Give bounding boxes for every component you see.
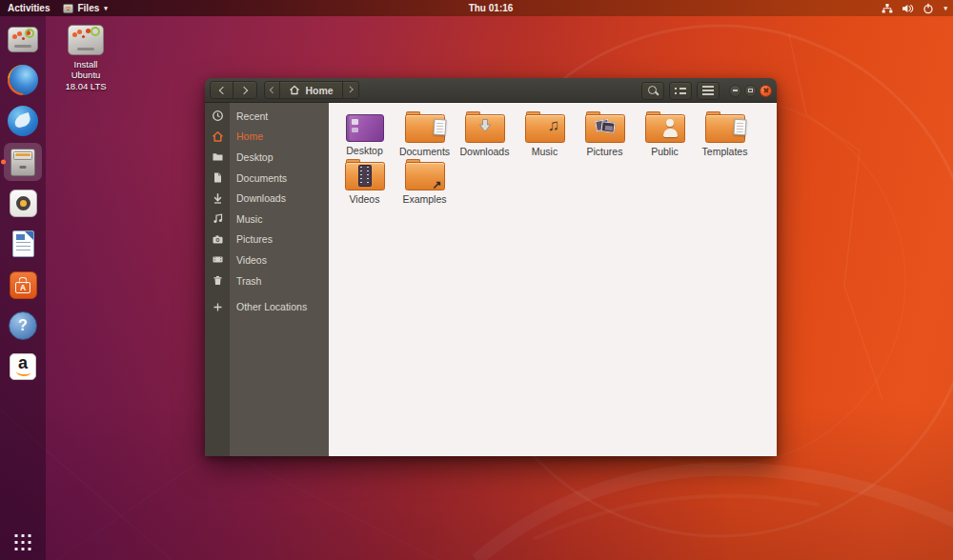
dock: A ? a (0, 16, 46, 560)
folder-item-music[interactable]: ♫ Music (515, 110, 575, 157)
folder-item-examples[interactable]: ↗ Examples (395, 157, 455, 205)
menu-button[interactable] (697, 82, 720, 100)
download-icon (205, 192, 230, 205)
minimize-icon (733, 90, 738, 91)
folder-item-desktop[interactable]: Desktop (335, 110, 395, 157)
chevron-down-icon: ▾ (943, 5, 947, 12)
window-controls (729, 85, 772, 97)
chevron-left-icon (270, 87, 275, 92)
desktop-icon-install-ubuntu[interactable]: Install Ubuntu 18.04 LTS (53, 25, 118, 91)
sidebar-item-documents[interactable]: Documents (205, 168, 329, 189)
folder-item-templates[interactable]: Templates (695, 110, 755, 157)
dock-item-thunderbird[interactable] (4, 102, 42, 140)
file-grid: Desktop Documents Downloads ♫ Music (329, 103, 777, 456)
hamburger-icon (702, 86, 714, 95)
desktop-folder-icon (346, 114, 384, 142)
dock-item-rhythmbox[interactable] (4, 184, 42, 222)
music-icon (205, 212, 230, 225)
folder-item-public[interactable]: Public (635, 110, 695, 157)
dock-item-help[interactable]: ? (4, 307, 42, 345)
pathbar-location-label: Home (305, 85, 333, 96)
sidebar-item-music[interactable]: Music (205, 209, 329, 230)
home-icon (205, 130, 230, 143)
folder-item-documents[interactable]: Documents (395, 110, 455, 157)
sidebar-item-pictures[interactable]: Pictures (205, 230, 329, 250)
sidebar-item-desktop[interactable]: Desktop (205, 147, 329, 168)
pathbar-scroll-left-button[interactable] (265, 82, 280, 98)
rhythmbox-icon (10, 190, 37, 217)
dock-item-ubuntu-installer[interactable] (4, 20, 42, 58)
camera-icon (205, 233, 230, 246)
chevron-left-icon (218, 86, 226, 93)
sidebar-item-home[interactable]: Home (205, 127, 329, 148)
folder-item-videos[interactable]: Videos (335, 157, 395, 205)
network-icon (882, 3, 893, 14)
dock-item-firefox[interactable] (4, 61, 42, 99)
sidebar-item-videos[interactable]: Videos (205, 250, 329, 270)
headerbar[interactable]: Home (205, 78, 777, 103)
history-nav-group (210, 81, 257, 99)
person-icon (663, 119, 678, 137)
music-folder-icon: ♫ (525, 114, 565, 143)
dock-item-files[interactable] (4, 143, 42, 181)
thunderbird-icon (8, 106, 38, 136)
document-icon (205, 171, 230, 184)
dock-item-ubuntu-software[interactable]: A (4, 266, 42, 304)
list-view-icon (675, 88, 686, 94)
system-indicators[interactable]: ▾ (882, 0, 947, 16)
view-toggle-button[interactable] (669, 82, 692, 100)
videos-folder-icon (345, 162, 385, 190)
public-folder-icon (645, 114, 685, 143)
sidebar-item-other-locations[interactable]: Other Locations (205, 296, 329, 317)
music-note-icon: ♫ (548, 116, 560, 135)
examples-folder-icon: ↗ (405, 162, 445, 190)
downloads-folder-icon (465, 114, 505, 143)
trash-icon (205, 274, 230, 287)
ubuntu-installer-icon (8, 27, 38, 52)
pictures-folder-icon (585, 114, 625, 143)
help-icon: ? (9, 311, 37, 340)
pathbar-scroll-right-button[interactable] (343, 82, 358, 98)
search-button[interactable] (641, 82, 664, 100)
ubuntu-software-icon: A (10, 271, 37, 299)
folder-item-downloads[interactable]: Downloads (455, 110, 515, 157)
app-menu-label: Files (77, 3, 99, 13)
pathbar: Home (264, 81, 359, 99)
back-button[interactable] (211, 82, 233, 98)
documents-folder-icon (405, 114, 445, 143)
desktop: Activities Files ▾ Thu 01:16 ▾ (0, 0, 953, 560)
chevron-right-icon (240, 86, 248, 93)
folder-item-pictures[interactable]: Pictures (575, 110, 635, 157)
clock-icon (205, 110, 230, 122)
dock-item-amazon[interactable]: a (4, 348, 42, 386)
libreoffice-writer-icon (12, 230, 34, 257)
video-icon (205, 253, 230, 266)
app-menu[interactable]: Files ▾ (63, 3, 107, 13)
chevron-down-icon: ▾ (104, 5, 108, 12)
sidebar-item-recent[interactable]: Recent (205, 106, 329, 127)
clock[interactable]: Thu 01:16 (469, 0, 514, 16)
top-bar: Activities Files ▾ Thu 01:16 ▾ (0, 0, 953, 16)
sidebar-item-downloads[interactable]: Downloads (205, 188, 329, 209)
search-icon (647, 85, 659, 97)
ubuntu-installer-icon (68, 25, 104, 55)
dock-item-libreoffice-writer[interactable] (4, 225, 42, 263)
plus-icon (205, 301, 230, 313)
volume-icon (902, 3, 914, 14)
files-window: Home Recent (205, 78, 777, 456)
pathbar-home-button[interactable]: Home (280, 82, 343, 98)
templates-folder-icon (705, 114, 745, 143)
photos-icon (595, 118, 618, 137)
maximize-icon (748, 89, 753, 93)
maximize-button[interactable] (744, 85, 757, 97)
sidebar-item-trash[interactable]: Trash (205, 270, 329, 291)
close-icon (763, 88, 769, 93)
close-button[interactable] (760, 85, 772, 97)
activities-button[interactable]: Activities (8, 3, 50, 13)
forward-button[interactable] (233, 82, 256, 98)
show-applications-button[interactable] (13, 532, 33, 552)
folder-icon (205, 150, 230, 163)
minimize-button[interactable] (729, 85, 741, 97)
power-icon (923, 3, 934, 14)
sidebar: Recent Home Desktop Documents (205, 103, 329, 456)
